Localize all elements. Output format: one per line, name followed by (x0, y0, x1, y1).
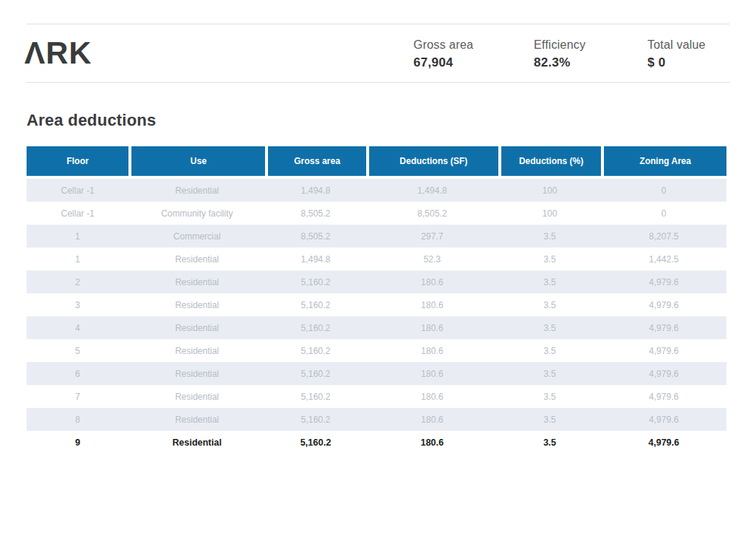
table-row[interactable]: 9 Residential 5,160.2 180.6 3.5 4,979.6 (27, 431, 726, 454)
cell-deductions-pct: 3.5 (498, 293, 601, 316)
table-row[interactable]: 3 Residential 5,160.2 180.6 3.5 4,979.6 (27, 293, 726, 316)
page: ΛRK Gross area 67,904 Efficiency 82.3% T… (0, 0, 756, 535)
cell-deductions-sf: 180.6 (366, 339, 498, 362)
stat-label: Efficiency (534, 38, 585, 52)
cell-deductions-sf: 1,494.8 (366, 179, 498, 202)
cell-zoning-area: 4,979.6 (601, 316, 726, 339)
cell-floor: Cellar -1 (27, 202, 128, 225)
cell-floor: 4 (27, 316, 128, 339)
cell-gross-area: 5,160.2 (265, 362, 366, 385)
cell-floor: 1 (27, 225, 128, 248)
cell-floor: 5 (27, 339, 128, 362)
cell-floor: 6 (27, 362, 128, 385)
cell-floor: 8 (27, 408, 128, 431)
cell-use: Commercial (128, 225, 265, 248)
column-header-deductions-sf: Deductions (SF) (366, 146, 498, 179)
cell-gross-area: 5,160.2 (265, 408, 366, 431)
cell-zoning-area: 4,979.6 (601, 339, 726, 362)
cell-zoning-area: 8,207.5 (601, 225, 726, 248)
cell-gross-area: 1,494.8 (265, 248, 366, 270)
cell-floor: 3 (27, 293, 128, 316)
cell-gross-area: 8,505.2 (265, 225, 366, 248)
stat-label: Gross area (413, 38, 473, 52)
table-row[interactable]: 1 Commercial 8,505.2 297.7 3.5 8,207.5 (27, 225, 726, 248)
cell-gross-area: 5,160.2 (265, 385, 366, 408)
cell-zoning-area: 4,979.6 (601, 408, 726, 431)
cell-deductions-pct: 3.5 (498, 431, 601, 454)
cell-floor: 1 (27, 248, 128, 270)
cell-deductions-sf: 52.3 (366, 248, 498, 270)
page-title: Area deductions (27, 111, 156, 130)
cell-deductions-pct: 3.5 (498, 385, 601, 408)
table-row[interactable]: 1 Residential 1,494.8 52.3 3.5 1,442.5 (27, 248, 726, 270)
table-row[interactable]: Cellar -1 Community facility 8,505.2 8,5… (27, 202, 726, 225)
cell-deductions-pct: 100 (498, 202, 601, 225)
cell-use: Residential (128, 385, 265, 408)
cell-deductions-pct: 3.5 (498, 362, 601, 385)
area-deductions-table: Floor Use Gross area Deductions (SF) Ded… (27, 146, 726, 454)
cell-gross-area: 5,160.2 (265, 270, 366, 293)
cell-zoning-area: 4,979.6 (601, 270, 726, 293)
stat-efficiency: Efficiency 82.3% (534, 38, 585, 70)
table-row[interactable]: Cellar -1 Residential 1,494.8 1,494.8 10… (27, 179, 726, 202)
cell-floor: Cellar -1 (27, 179, 128, 202)
cell-use: Residential (128, 248, 265, 270)
stat-value: $ 0 (647, 55, 706, 70)
column-header-floor: Floor (27, 146, 128, 179)
cell-deductions-pct: 3.5 (498, 408, 601, 431)
cell-deductions-sf: 180.6 (366, 385, 498, 408)
cell-zoning-area: 4,979.6 (601, 431, 726, 454)
stat-gross-area: Gross area 67,904 (413, 38, 473, 70)
cell-deductions-sf: 8,505.2 (366, 202, 498, 225)
cell-deductions-sf: 180.6 (366, 270, 498, 293)
table-row[interactable]: 2 Residential 5,160.2 180.6 3.5 4,979.6 (27, 270, 726, 293)
table-body: Cellar -1 Residential 1,494.8 1,494.8 10… (27, 179, 726, 454)
cell-zoning-area: 4,979.6 (601, 362, 726, 385)
top-header: ΛRK Gross area 67,904 Efficiency 82.3% T… (27, 24, 729, 83)
cell-zoning-area: 0 (601, 202, 726, 225)
table-row[interactable]: 5 Residential 5,160.2 180.6 3.5 4,979.6 (27, 339, 726, 362)
cell-deductions-pct: 3.5 (498, 248, 601, 270)
cell-gross-area: 1,494.8 (265, 179, 366, 202)
table-row[interactable]: 4 Residential 5,160.2 180.6 3.5 4,979.6 (27, 316, 726, 339)
ark-logo[interactable]: ΛRK (24, 38, 92, 69)
cell-zoning-area: 1,442.5 (601, 248, 726, 270)
cell-use: Residential (128, 270, 265, 293)
cell-gross-area: 8,505.2 (265, 202, 366, 225)
table-row[interactable]: 6 Residential 5,160.2 180.6 3.5 4,979.6 (27, 362, 726, 385)
table-row[interactable]: 7 Residential 5,160.2 180.6 3.5 4,979.6 (27, 385, 726, 408)
cell-deductions-pct: 3.5 (498, 270, 601, 293)
cell-gross-area: 5,160.2 (265, 339, 366, 362)
cell-use: Residential (128, 179, 265, 202)
cell-gross-area: 5,160.2 (265, 316, 366, 339)
cell-floor: 7 (27, 385, 128, 408)
table-header-row: Floor Use Gross area Deductions (SF) Ded… (27, 146, 726, 179)
column-header-deductions-pct: Deductions (%) (498, 146, 601, 179)
cell-use: Residential (128, 316, 265, 339)
cell-deductions-pct: 100 (498, 179, 601, 202)
table-row[interactable]: 8 Residential 5,160.2 180.6 3.5 4,979.6 (27, 408, 726, 431)
cell-deductions-sf: 297.7 (366, 225, 498, 248)
cell-use: Residential (128, 293, 265, 316)
cell-deductions-pct: 3.5 (498, 225, 601, 248)
cell-deductions-sf: 180.6 (366, 316, 498, 339)
cell-use: Community facility (128, 202, 265, 225)
cell-zoning-area: 0 (601, 179, 726, 202)
stat-value: 82.3% (534, 55, 585, 70)
cell-gross-area: 5,160.2 (265, 431, 366, 454)
stat-value: 67,904 (413, 55, 473, 70)
cell-gross-area: 5,160.2 (265, 293, 366, 316)
cell-use: Residential (128, 408, 265, 431)
column-header-gross-area: Gross area (265, 146, 366, 179)
cell-floor: 2 (27, 270, 128, 293)
cell-deductions-sf: 180.6 (366, 362, 498, 385)
column-header-use: Use (128, 146, 265, 179)
cell-use: Residential (128, 431, 265, 454)
cell-use: Residential (128, 362, 265, 385)
cell-deductions-sf: 180.6 (366, 408, 498, 431)
cell-deductions-pct: 3.5 (498, 339, 601, 362)
cell-deductions-sf: 180.6 (366, 431, 498, 454)
cell-deductions-sf: 180.6 (366, 293, 498, 316)
stat-total-value: Total value $ 0 (647, 38, 706, 70)
column-header-zoning-area: Zoning Area (601, 146, 726, 179)
